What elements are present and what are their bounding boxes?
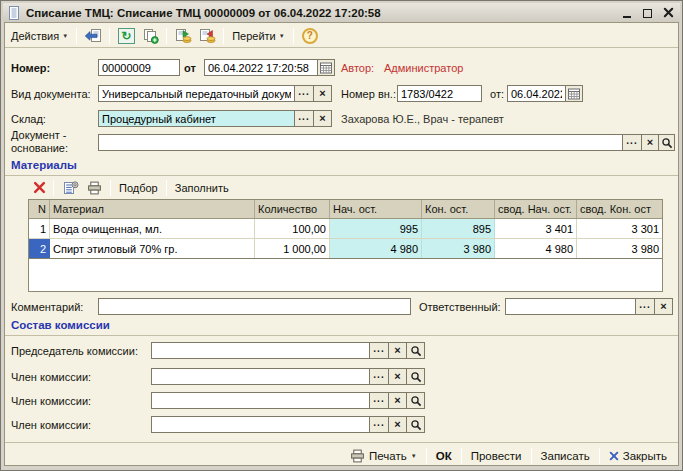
clear-icon: × bbox=[647, 137, 653, 148]
internal-date-calendar-button[interactable] bbox=[565, 85, 583, 102]
begin-balance-cell: 995 bbox=[330, 219, 422, 238]
actions-label: Действия bbox=[11, 30, 59, 42]
fill-button[interactable]: Заполнить bbox=[172, 181, 232, 195]
column-header-end[interactable]: Кон. ост. bbox=[422, 200, 495, 218]
doc-kind-select-button[interactable]: ... bbox=[294, 85, 314, 102]
ellipsis-icon: ... bbox=[373, 370, 384, 380]
minimize-button[interactable] bbox=[619, 6, 634, 19]
warehouse-input[interactable] bbox=[98, 110, 295, 127]
commission-member-input[interactable] bbox=[151, 392, 370, 409]
dropdown-arrow-icon: ▼ bbox=[279, 33, 285, 39]
commission-member-input[interactable] bbox=[151, 368, 370, 385]
print-button[interactable]: Печать ▼ bbox=[343, 447, 424, 465]
delete-cross-icon bbox=[33, 181, 46, 194]
column-header-svod-end[interactable]: свод. Кон. ост bbox=[577, 200, 662, 218]
commission-member-open-button[interactable] bbox=[406, 416, 425, 433]
table-row[interactable]: 1 Вода очищенная, мл. 100,00 995 895 3 4… bbox=[29, 219, 662, 239]
commission-member-clear-button[interactable]: × bbox=[388, 392, 407, 409]
clear-icon: × bbox=[319, 113, 325, 124]
ellipsis-icon: ... bbox=[298, 87, 309, 97]
responsible-select-button[interactable]: ... bbox=[635, 298, 655, 315]
post-button[interactable] bbox=[172, 26, 194, 46]
footer-separator bbox=[426, 448, 427, 464]
commission-member-open-button[interactable] bbox=[406, 368, 425, 385]
number-label: Номер: bbox=[11, 62, 50, 74]
pick-button[interactable]: Подбор bbox=[116, 181, 161, 195]
copy-button[interactable] bbox=[139, 26, 161, 46]
doc-kind-label: Вид документа: bbox=[11, 88, 91, 100]
close-icon bbox=[663, 7, 674, 18]
commission-chair-input[interactable] bbox=[151, 342, 370, 359]
actions-menu-button[interactable]: Действия ▼ bbox=[8, 29, 71, 43]
commission-chair-open-button[interactable] bbox=[406, 342, 425, 359]
pick-label: Подбор bbox=[119, 182, 158, 194]
number-input[interactable] bbox=[98, 59, 180, 76]
responsible-clear-button[interactable]: × bbox=[654, 298, 673, 315]
list-settings-button[interactable] bbox=[59, 178, 81, 198]
refresh-icon: ↻ bbox=[118, 28, 135, 44]
close-form-button[interactable]: Закрыть bbox=[602, 448, 674, 464]
goto-label: Перейти bbox=[232, 30, 276, 42]
commission-member-select-button[interactable]: ... bbox=[369, 392, 389, 409]
commission-member-open-button[interactable] bbox=[406, 392, 425, 409]
commission-chair-select-button[interactable]: ... bbox=[369, 342, 389, 359]
svod-begin-cell: 3 401 bbox=[495, 219, 577, 238]
unpost-button[interactable] bbox=[196, 26, 218, 46]
warehouse-clear-button[interactable]: × bbox=[313, 110, 332, 127]
section-divider bbox=[5, 335, 678, 336]
materials-table: N Материал Количество Нач. ост. Кон. ост… bbox=[28, 199, 663, 292]
warehouse-select-button[interactable]: ... bbox=[294, 110, 314, 127]
commission-member-select-button[interactable]: ... bbox=[369, 416, 389, 433]
base-document-open-button[interactable] bbox=[658, 134, 675, 151]
toolbar-separator bbox=[76, 28, 77, 44]
maximize-button[interactable] bbox=[640, 6, 655, 19]
commission-member-input[interactable] bbox=[151, 416, 370, 433]
column-header-begin[interactable]: Нач. ост. bbox=[330, 200, 422, 218]
ellipsis-icon: ... bbox=[373, 344, 384, 354]
column-header-svod-begin[interactable]: свод. Нач. ост. bbox=[495, 200, 577, 218]
save-button[interactable]: Записать bbox=[534, 448, 597, 464]
base-document-select-button[interactable]: ... bbox=[622, 134, 642, 151]
commission-member-select-button[interactable]: ... bbox=[369, 368, 389, 385]
print-table-button[interactable] bbox=[83, 178, 105, 198]
delete-row-button[interactable] bbox=[30, 178, 48, 198]
magnifier-icon bbox=[410, 395, 422, 407]
doc-kind-input[interactable] bbox=[98, 85, 295, 102]
base-document-clear-button[interactable]: × bbox=[641, 134, 659, 151]
begin-balance-cell: 4 980 bbox=[330, 239, 422, 258]
datetime-calendar-button[interactable] bbox=[317, 59, 335, 76]
close-button[interactable] bbox=[661, 6, 676, 19]
section-divider bbox=[5, 175, 678, 176]
copy-icon bbox=[142, 28, 159, 44]
post-document-icon bbox=[174, 28, 192, 44]
reread-button[interactable] bbox=[82, 26, 104, 46]
refresh-button[interactable]: ↻ bbox=[115, 26, 137, 46]
footer-button-bar: Печать ▼ ОК Провести Записать Закрыть bbox=[343, 445, 674, 467]
internal-number-input[interactable] bbox=[397, 85, 482, 102]
internal-date-input[interactable] bbox=[507, 85, 566, 102]
main-toolbar: Действия ▼ ↻ bbox=[8, 25, 321, 46]
unpost-document-icon bbox=[198, 28, 216, 44]
close-cross-icon bbox=[609, 451, 619, 461]
datetime-input[interactable] bbox=[204, 59, 318, 76]
magnifier-icon bbox=[661, 137, 673, 149]
goto-menu-button[interactable]: Перейти ▼ bbox=[229, 29, 288, 43]
titlebar[interactable]: Списание ТМЦ: Списание ТМЦ 00000009 от 0… bbox=[3, 3, 680, 22]
table-row-selected[interactable]: 2 Спирт этиловый 70% гр. 1 000,00 4 980 … bbox=[29, 239, 662, 259]
doc-kind-clear-button[interactable]: × bbox=[313, 85, 332, 102]
clear-icon: × bbox=[394, 345, 400, 356]
column-header-qty[interactable]: Количество bbox=[255, 200, 330, 218]
responsible-input[interactable] bbox=[505, 298, 636, 315]
ok-button[interactable]: ОК bbox=[429, 448, 459, 464]
commission-member-clear-button[interactable]: × bbox=[388, 416, 407, 433]
post-document-button[interactable]: Провести bbox=[464, 448, 529, 464]
commission-member-clear-button[interactable]: × bbox=[388, 368, 407, 385]
footer-separator bbox=[531, 448, 532, 464]
commission-chair-clear-button[interactable]: × bbox=[388, 342, 407, 359]
base-document-input[interactable] bbox=[98, 134, 623, 151]
help-button[interactable]: ? bbox=[299, 26, 321, 46]
column-header-n[interactable]: N bbox=[29, 200, 50, 218]
row-number-cell: 1 bbox=[29, 219, 50, 238]
comment-input[interactable] bbox=[98, 298, 411, 315]
column-header-material[interactable]: Материал bbox=[50, 200, 255, 218]
